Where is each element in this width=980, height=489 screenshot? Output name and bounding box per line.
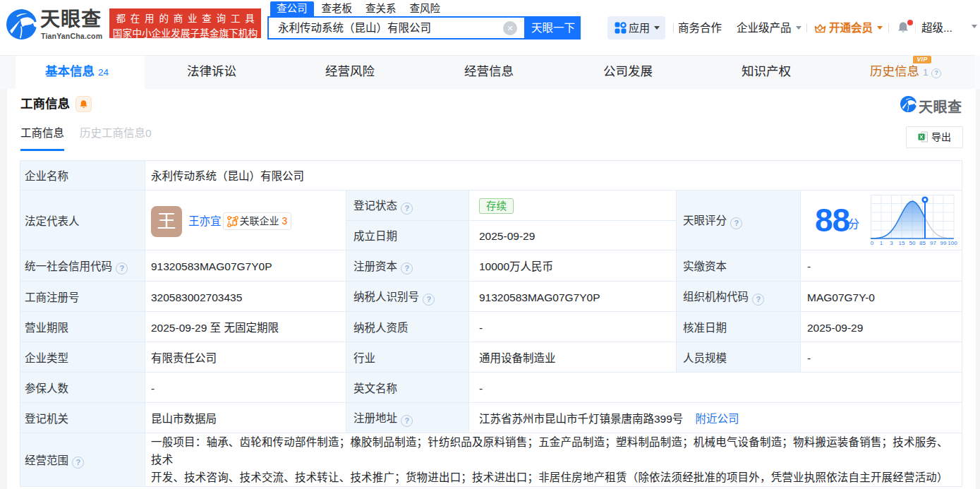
svg-text:50: 50 [909,240,916,246]
svg-text:100: 100 [948,240,957,246]
svg-text:97: 97 [930,240,936,246]
svg-text:15: 15 [899,240,905,246]
svg-text:1: 1 [880,240,883,246]
svg-text:99: 99 [940,240,947,246]
svg-text:0: 0 [871,240,874,246]
svg-text:3: 3 [890,240,893,246]
svg-text:85: 85 [919,240,926,246]
